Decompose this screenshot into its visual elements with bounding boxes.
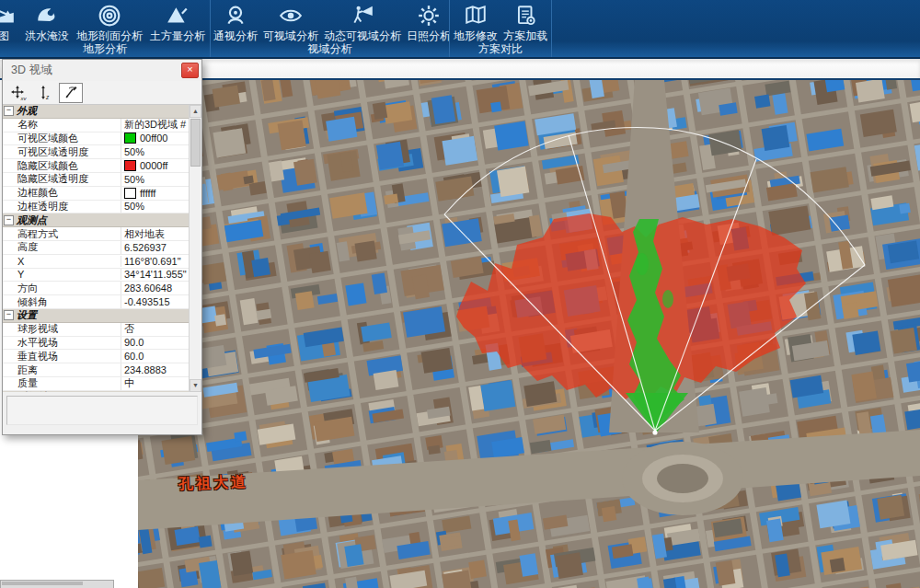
road-name-label: 孔祖大道: [178, 473, 249, 495]
property-value: 0000ff: [121, 160, 190, 171]
ribbon-button-plan-load-doc[interactable]: 方案加载: [500, 2, 550, 42]
profile-rings-icon: [96, 2, 123, 29]
scene-3d-view[interactable]: 孔祖大道: [138, 80, 920, 588]
property-row[interactable]: 垂直视场60.0: [3, 350, 190, 363]
ribbon-button-viewshed-eye[interactable]: 可视域分析: [260, 2, 321, 42]
ribbon-button-flood[interactable]: 洪水淹没: [22, 2, 72, 42]
property-value: ffffff: [121, 188, 190, 199]
vertical-scrollbar[interactable]: ▲ ▼: [189, 105, 201, 392]
property-value: 新的3D视域 #: [121, 119, 190, 132]
ribbon-button-slope-partial[interactable]: 图: [0, 2, 20, 42]
slope-partial-icon: [0, 2, 17, 29]
scroll-up-icon[interactable]: ▲: [190, 105, 201, 118]
property-label: 垂直视场: [15, 350, 121, 363]
property-row[interactable]: 质量中: [3, 377, 190, 391]
ribbon-group-items: 图洪水淹没地形剖面分析土方量分析: [0, 0, 210, 42]
horizontal-scrollbar[interactable]: [0, 580, 114, 588]
ribbon-button-profile-rings[interactable]: 地形剖面分析: [74, 2, 145, 42]
property-label: 高程方式: [15, 227, 121, 240]
property-description-area: [6, 396, 198, 425]
property-label: 边框透明度: [15, 201, 121, 213]
property-row[interactable]: 距离234.8883: [3, 363, 190, 377]
section-row[interactable]: −设置: [3, 309, 190, 323]
property-label: 隐藏区域透明度: [15, 173, 121, 186]
property-row[interactable]: 球形视域否: [3, 323, 190, 337]
property-row[interactable]: 可视区域颜色00ff00: [3, 133, 190, 146]
collapse-icon[interactable]: −: [4, 310, 14, 320]
property-label: X: [15, 256, 121, 267]
property-value: 50%: [121, 146, 190, 157]
ribbon-button-terrain-edit-map[interactable]: 地形修改: [451, 2, 500, 42]
color-swatch: [124, 188, 136, 199]
property-row[interactable]: 名称新的3D视域 #: [3, 119, 190, 133]
property-value: 否: [121, 323, 190, 336]
property-row[interactable]: 隐藏区域透明度50%: [3, 173, 190, 187]
ribbon-group-title: 方案对比: [450, 42, 551, 57]
property-row[interactable]: 隐藏区域颜色0000ff: [3, 159, 190, 173]
close-icon[interactable]: ×: [181, 63, 199, 78]
ribbon-group-title: 视域分析: [211, 42, 449, 57]
section-label: 时间轴: [15, 391, 47, 392]
move-xy-tool[interactable]: xy: [7, 84, 29, 102]
property-row[interactable]: 高度6.526937: [3, 241, 190, 255]
ribbon-empty-area: [552, 0, 920, 57]
collapse-icon[interactable]: −: [4, 215, 14, 225]
ribbon-button-label: 动态可视域分析: [324, 30, 401, 42]
section-row[interactable]: +时间轴: [3, 391, 190, 392]
flood-icon: [33, 2, 61, 29]
ribbon-button-label: 图: [0, 30, 9, 42]
property-value: -0.493515: [121, 296, 190, 307]
property-label: 边框颜色: [15, 187, 121, 200]
property-value: 50%: [121, 201, 190, 212]
ribbon-button-label: 地形修改: [454, 30, 498, 42]
collapse-icon[interactable]: −: [4, 106, 14, 116]
property-row[interactable]: X116°8'0.691": [3, 255, 190, 269]
property-value: 相对地表: [121, 227, 190, 240]
property-row[interactable]: 可视区域透明度50%: [3, 145, 190, 159]
property-row[interactable]: 水平视场90.0: [3, 337, 190, 351]
ribbon-group-items: 地形修改方案加载: [450, 0, 551, 42]
property-row[interactable]: 边框透明度50%: [3, 201, 190, 214]
ribbon-toolbar: 图洪水淹没地形剖面分析土方量分析地形分析通视分析可视域分析动态可视域分析日照分析…: [0, 0, 920, 59]
ribbon-button-earthwork-mountain[interactable]: 土方量分析: [147, 2, 208, 42]
property-row[interactable]: Y34°14'11.955": [3, 269, 190, 282]
ribbon-group-title: 地形分析: [0, 42, 210, 57]
property-value: 90.0: [121, 337, 190, 348]
ribbon-group-2: 地形修改方案加载方案对比: [450, 0, 552, 57]
property-row[interactable]: 方向283.60648: [3, 282, 190, 295]
move-z-tool[interactable]: z: [33, 84, 55, 102]
scroll-down-icon[interactable]: ▼: [190, 379, 201, 392]
section-row[interactable]: −观测点: [3, 213, 190, 227]
viewshed-3d-panel[interactable]: 3D 视域 × xyz −外观名称新的3D视域 #可视区域颜色00ff00可视区…: [2, 59, 202, 435]
ribbon-button-label: 可视域分析: [263, 30, 318, 42]
ribbon-button-sunlight-sun[interactable]: 日照分析: [404, 2, 450, 42]
horizontal-scrollbar-thumb[interactable]: [2, 582, 83, 585]
panel-title-bar[interactable]: 3D 视域 ×: [3, 60, 201, 81]
satellite-city-render: [138, 80, 920, 588]
ribbon-button-sightline-scope[interactable]: 通视分析: [211, 2, 260, 42]
property-label: 高度: [15, 241, 121, 254]
property-row[interactable]: 边框颜色ffffff: [3, 187, 190, 201]
vertical-scrollbar-thumb[interactable]: [190, 119, 201, 167]
property-row[interactable]: 倾斜角-0.493515: [3, 295, 190, 309]
property-label: 名称: [15, 119, 121, 132]
property-label: 距离: [15, 363, 121, 376]
section-label: 设置: [15, 309, 37, 322]
ribbon-button-dynamic-viewshed-walker[interactable]: 动态可视域分析: [321, 2, 404, 42]
earthwork-mountain-icon: [164, 2, 191, 29]
color-swatch: [124, 160, 136, 171]
ribbon-group-0: 图洪水淹没地形剖面分析土方量分析地形分析: [0, 0, 211, 57]
ribbon-button-label: 地形剖面分析: [76, 30, 143, 42]
property-label: 倾斜角: [15, 295, 121, 308]
panel-title: 3D 视域: [11, 63, 52, 78]
property-grid-wrap: −外观名称新的3D视域 #可视区域颜色00ff00可视区域透明度50%隐藏区域颜…: [3, 105, 201, 392]
property-value: 116°8'0.691": [121, 256, 190, 267]
property-row[interactable]: 高程方式相对地表: [3, 227, 190, 241]
ribbon-button-label: 土方量分析: [150, 30, 205, 42]
ribbon-group-1: 通视分析可视域分析动态可视域分析日照分析视域分析: [211, 0, 450, 57]
pick-direction-tool[interactable]: [59, 83, 83, 103]
observer-point-marker: [652, 430, 657, 434]
property-grid: −外观名称新的3D视域 #可视区域颜色00ff00可视区域透明度50%隐藏区域颜…: [3, 105, 190, 392]
sightline-scope-icon: [222, 2, 249, 29]
section-row[interactable]: −外观: [3, 105, 190, 119]
